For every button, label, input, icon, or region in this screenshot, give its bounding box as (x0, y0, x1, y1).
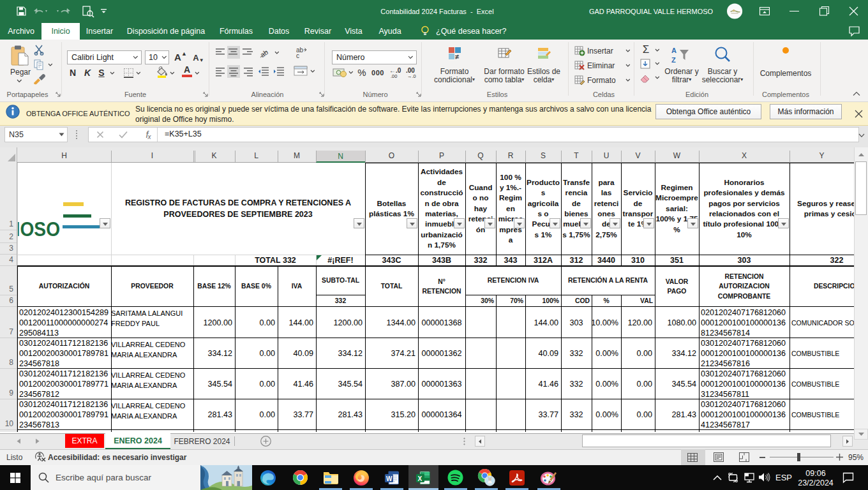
svg-text:Z: Z (671, 56, 676, 64)
svg-text:W: W (386, 475, 393, 482)
svg-text:A: A (671, 47, 677, 54)
svg-text:c: c (296, 52, 299, 59)
svg-text:.00: .00 (391, 73, 397, 79)
svg-text:X: X (418, 475, 423, 482)
svg-text:≠: ≠ (455, 53, 459, 61)
svg-text:→.0: →.0 (407, 73, 416, 79)
